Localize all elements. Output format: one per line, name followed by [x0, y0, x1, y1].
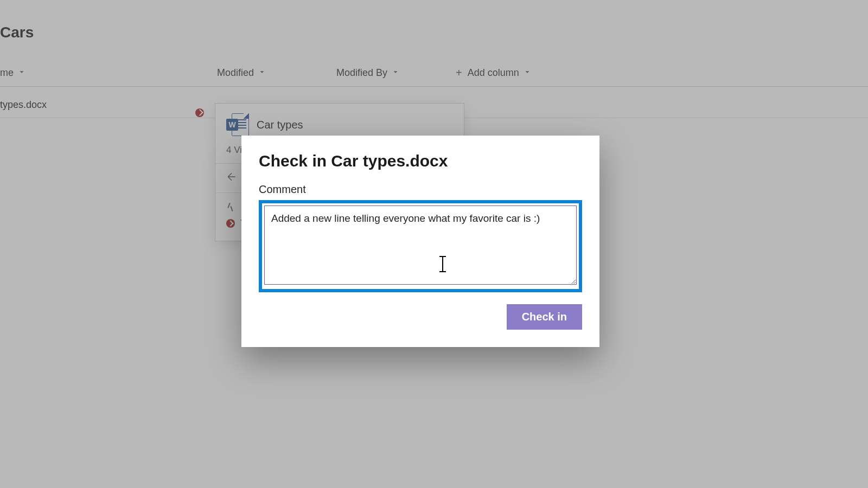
- check-in-dialog: Check in Car types.docx Comment Check in: [241, 136, 599, 347]
- check-in-button[interactable]: Check in: [507, 304, 582, 330]
- comment-label: Comment: [259, 183, 582, 196]
- dialog-title: Check in Car types.docx: [259, 152, 582, 170]
- comment-textarea[interactable]: [264, 206, 577, 285]
- comment-highlight-frame: [259, 200, 582, 292]
